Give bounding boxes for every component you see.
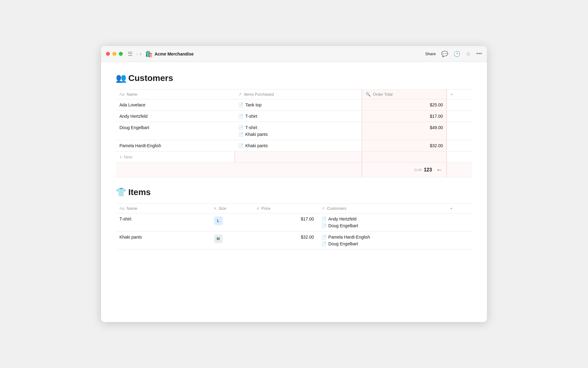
row-add xyxy=(447,140,472,151)
item-name: Khaki pants xyxy=(245,143,268,148)
item-row-name: Khaki pants xyxy=(116,232,210,250)
items-title-text: Items xyxy=(128,187,151,197)
app-title: Acme Merchandise xyxy=(155,52,425,56)
star-icon[interactable]: ☆ xyxy=(466,51,471,57)
plus-icon: + xyxy=(119,155,122,159)
sum-number: 123 xyxy=(424,167,432,173)
items-col-label: Items Purchased xyxy=(244,92,274,97)
sum-value-container: SUM 123 ← xyxy=(366,166,443,174)
order-total: $49.00 xyxy=(362,122,447,140)
item-row-price: $32.00 xyxy=(253,232,318,250)
row-add xyxy=(447,122,472,140)
order-total: $17.00 xyxy=(362,111,447,122)
order-value: $17.00 xyxy=(366,114,443,119)
items-col-header-size: ≡ Size xyxy=(210,204,253,213)
customer-name: Andy Hertzfeld xyxy=(328,217,356,221)
sum-empty-name xyxy=(116,163,235,177)
add-col-icon[interactable]: + xyxy=(450,92,453,97)
item-name: Tank top xyxy=(245,102,262,107)
items-icon: 👕 xyxy=(116,187,126,197)
item-row-customers: 📄 Pamela Hardt-English 📄 Doug Engelbart xyxy=(318,232,447,250)
item-name: T-shirt xyxy=(245,125,257,130)
item-link[interactable]: 📄 Khaki pants xyxy=(238,143,358,148)
price-value: $17.00 xyxy=(257,217,314,221)
item-link[interactable]: 📄 Tank top xyxy=(238,102,358,107)
items-col-header-price: # Price xyxy=(253,204,318,213)
sum-cell: SUM 123 ← xyxy=(362,163,447,177)
price-label: Price xyxy=(262,206,271,211)
items-col-header-name: Aa Name xyxy=(116,204,210,213)
add-col-icon[interactable]: + xyxy=(450,206,453,211)
customers-col-label: Customers xyxy=(327,206,346,211)
item-link[interactable]: 📄 T-shirt xyxy=(238,114,358,119)
sum-plus xyxy=(447,163,472,177)
row-add xyxy=(447,232,472,250)
order-value: $32.00 xyxy=(366,143,443,148)
doc-icon: 📄 xyxy=(238,114,243,119)
maximize-button[interactable] xyxy=(119,52,123,56)
col-header-name: Aa Name xyxy=(116,90,235,99)
customer-link[interactable]: 📄 Pamela Hardt-English xyxy=(321,235,443,240)
row-add xyxy=(447,99,472,111)
titlebar-right: Share 💬 🕐 ☆ ••• xyxy=(425,51,482,57)
items-col-header-add[interactable]: + xyxy=(447,204,472,213)
customer-name: Doug Engelbart xyxy=(328,223,358,228)
customer-name: Pamela Hardt-English xyxy=(328,235,370,240)
items-table: Aa Name ≡ Size # Price ↗ Customers xyxy=(116,203,472,250)
col-header-items-purchased: ↗ Items Purchased xyxy=(235,90,362,99)
item-link[interactable]: 📄 Khaki pants xyxy=(238,132,358,137)
order-col-icon: 🔍 xyxy=(366,92,371,97)
new-row-cell[interactable]: + New xyxy=(116,151,235,163)
customers-table: Aa Name ↗ Items Purchased 🔍 Order Total … xyxy=(116,89,472,177)
doc-icon: 📄 xyxy=(238,143,243,148)
customer-name: Doug Engelbart xyxy=(328,241,358,246)
order-col-label: Order Total xyxy=(373,92,393,97)
customer-link[interactable]: 📄 Andy Hertzfeld xyxy=(321,217,443,221)
new-row-order xyxy=(362,151,447,163)
size-badge: M xyxy=(214,235,223,243)
customer-items: 📄 T-shirt xyxy=(235,111,362,122)
name-icon: Aa xyxy=(119,206,124,211)
order-value: $49.00 xyxy=(366,125,443,130)
new-row[interactable]: + New xyxy=(116,151,472,163)
customer-name: Ada Lovelace xyxy=(116,99,235,111)
row-add xyxy=(447,111,472,122)
doc-icon: 📄 xyxy=(321,217,326,221)
order-total: $25.00 xyxy=(362,99,447,111)
page-content: 👥 Customers Aa Name ↗ Items Purchased 🔍 xyxy=(101,62,487,322)
col-header-add[interactable]: + xyxy=(447,90,472,99)
new-row-plus xyxy=(447,151,472,163)
forward-button[interactable]: › xyxy=(140,51,141,57)
table-row: Ada Lovelace 📄 Tank top $25.00 xyxy=(116,99,472,111)
doc-icon: 📄 xyxy=(321,241,326,246)
row-add xyxy=(447,213,472,232)
history-icon[interactable]: 🕐 xyxy=(454,51,460,57)
doc-icon: 📄 xyxy=(238,132,243,137)
close-button[interactable] xyxy=(106,52,110,56)
customer-items: 📄 T-shirt 📄 Khaki pants xyxy=(235,122,362,140)
menu-button[interactable]: ☰ xyxy=(128,51,133,57)
size-icon: ≡ xyxy=(214,206,217,211)
nav-arrows: ‹ › xyxy=(136,51,141,57)
comment-icon[interactable]: 💬 xyxy=(441,51,448,57)
doc-icon: 📄 xyxy=(238,102,243,107)
back-button[interactable]: ‹ xyxy=(136,51,138,57)
sum-empty-items xyxy=(235,163,362,177)
customer-link[interactable]: 📄 Doug Engelbart xyxy=(321,241,443,246)
more-icon[interactable]: ••• xyxy=(476,51,482,57)
doc-icon: 📄 xyxy=(321,223,326,228)
share-button[interactable]: Share xyxy=(425,52,436,56)
new-label[interactable]: New xyxy=(124,155,132,159)
minimize-button[interactable] xyxy=(112,52,116,56)
name-label: Name xyxy=(127,206,138,211)
items-section-title: 👕 Items xyxy=(116,187,472,197)
price-icon: # xyxy=(257,206,259,211)
customer-link[interactable]: 📄 Doug Engelbart xyxy=(321,223,443,228)
new-row-label[interactable]: + New xyxy=(119,155,231,159)
item-row-name: T-shirt xyxy=(116,213,210,232)
sum-label: SUM xyxy=(414,168,422,172)
customers-title-text: Customers xyxy=(128,73,173,83)
order-total: $32.00 xyxy=(362,140,447,151)
item-link[interactable]: 📄 T-shirt xyxy=(238,125,358,130)
customers-table-header: Aa Name ↗ Items Purchased 🔍 Order Total … xyxy=(116,90,472,99)
